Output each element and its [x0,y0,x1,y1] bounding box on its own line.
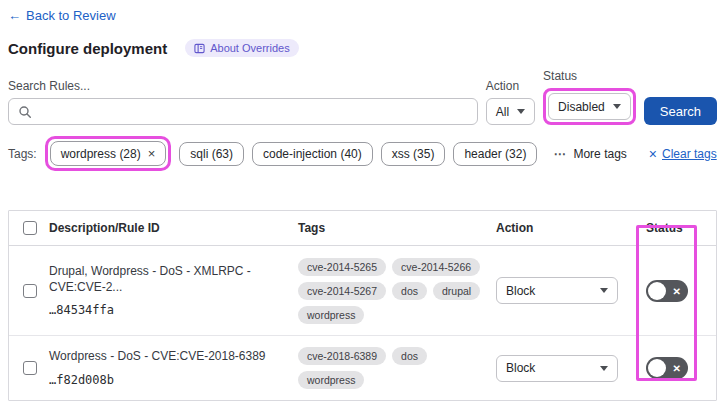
action-select-dropdown[interactable]: Block [496,277,618,304]
tags-bar: Tags: wordpress (28) × sqli (63) code-in… [8,136,717,171]
row-checkbox-cell [9,284,41,298]
action-select-dropdown[interactable]: Block [496,355,618,382]
header-action: Action [496,221,636,235]
select-all-checkbox[interactable] [23,221,37,235]
about-overrides-badge[interactable]: About Overrides [185,39,298,57]
back-arrow-icon: ← [8,8,21,23]
rule-tag-pill: wordpress [298,306,364,324]
tag-chip-wordpress[interactable]: wordpress (28) × [50,141,167,166]
rule-tag-pill: cve-2014-5267 [298,282,386,300]
row-checkbox[interactable] [23,361,37,375]
configure-deployment-page: ← Back to Review Configure deployment Ab… [0,0,725,406]
rule-tag-pill: drupal [433,282,480,300]
rule-tag-pill: wordpress [298,371,364,389]
toggle-off-icon: ✕ [673,363,681,374]
status-dropdown-highlight: Disabled [543,88,636,125]
table-header-row: Description/Rule ID Tags Action Status [9,211,716,246]
rule-id: …f82d008b [49,373,288,387]
search-rules-label: Search Rules... [8,79,478,93]
page-title: Configure deployment [8,40,167,57]
status-dropdown-value: Disabled [558,100,605,114]
action-select-value: Block [506,284,535,298]
tag-chip-label: sqli (63) [190,147,233,161]
rule-action-cell: Block [496,277,636,304]
close-icon: × [649,146,657,162]
header-checkbox-cell [9,221,41,235]
clear-tags-label: Clear tags [662,147,717,161]
action-filter-label: Action [486,79,535,93]
header-status: Status [636,221,716,235]
search-input-container [8,98,478,125]
remove-tag-icon[interactable]: × [148,146,156,161]
rule-tags-cell: cve-2014-5265cve-2014-5266cve-2014-5267d… [298,258,496,324]
status-toggle[interactable]: ✕ [646,357,688,379]
chevron-down-icon [600,366,608,371]
row-checkbox-cell [9,361,41,375]
toggle-knob [648,359,666,377]
tag-chip-label: code-injection (40) [263,147,362,161]
more-tags-label: More tags [573,147,626,161]
status-dropdown[interactable]: Disabled [548,93,631,120]
rule-tag-pill: cve-2014-5265 [298,258,386,276]
rule-status-cell: ✕ [636,280,716,302]
clear-tags-button[interactable]: × Clear tags [649,146,717,162]
book-icon [194,43,205,54]
table-body: Drupal, Wordpress - DoS - XMLRPC - CVE:C… [9,246,716,400]
toggle-knob [648,282,666,300]
chevron-down-icon [600,288,608,293]
rule-description-cell: Wordpress - DoS - CVE:CVE-2018-6389 …f82… [41,349,298,387]
tag-chip-label: xss (35) [392,147,435,161]
heading-row: Configure deployment About Overrides [8,39,717,57]
about-overrides-label: About Overrides [210,42,289,54]
search-rules-input[interactable] [9,99,477,124]
rule-description: Wordpress - DoS - CVE:CVE-2018-6389 [49,349,288,365]
table-row: Wordpress - DoS - CVE:CVE-2018-6389 …f82… [9,336,716,400]
header-tags: Tags [298,221,496,235]
tag-chip-label: wordpress (28) [61,147,141,161]
rule-tag-pill: cve-2018-6389 [298,347,386,365]
chevron-down-icon [517,109,525,114]
action-filter: Action All [486,79,535,125]
filter-bar: Search Rules... Action All Status Disabl… [8,69,717,125]
header-description: Description/Rule ID [41,221,298,235]
chevron-down-icon [613,104,621,109]
search-rules-field: Search Rules... [8,79,478,125]
more-tags-button[interactable]: ⋯ More tags [553,147,626,161]
back-to-review-link[interactable]: ← Back to Review [8,8,116,23]
action-dropdown-value: All [496,105,509,119]
row-checkbox[interactable] [23,284,37,298]
rule-status-cell: ✕ [636,357,716,379]
back-link-label: Back to Review [26,8,116,23]
tag-chip-xss[interactable]: xss (35) [381,142,446,166]
tags-bar-label: Tags: [8,147,37,161]
action-select-value: Block [506,361,535,375]
status-filter: Status Disabled [543,69,636,125]
tag-chip-label: header (32) [464,147,526,161]
tag-chip-code-injection[interactable]: code-injection (40) [252,142,373,166]
status-filter-label: Status [543,69,636,83]
toggle-off-icon: ✕ [673,285,681,296]
table-row: Drupal, Wordpress - DoS - XMLRPC - CVE:C… [9,246,716,336]
selected-tag-highlight: wordpress (28) × [45,136,172,171]
ellipsis-icon: ⋯ [553,147,566,161]
rule-id: …84534ffa [49,303,288,317]
rule-tag-pill: cve-2014-5266 [392,258,480,276]
rule-tag-pill: dos [392,347,427,365]
status-toggle[interactable]: ✕ [646,280,688,302]
action-dropdown[interactable]: All [486,98,535,125]
rule-action-cell: Block [496,355,636,382]
rule-tags-cell: cve-2018-6389doswordpress [298,347,496,389]
rule-tag-pill: dos [392,282,427,300]
rule-description-cell: Drupal, Wordpress - DoS - XMLRPC - CVE:C… [41,264,298,317]
rules-table: Description/Rule ID Tags Action Status D… [8,210,717,401]
rule-description: Drupal, Wordpress - DoS - XMLRPC - CVE:C… [49,264,288,295]
search-button[interactable]: Search [644,97,717,125]
tag-chip-sqli[interactable]: sqli (63) [179,142,244,166]
tag-chip-header[interactable]: header (32) [453,142,537,166]
